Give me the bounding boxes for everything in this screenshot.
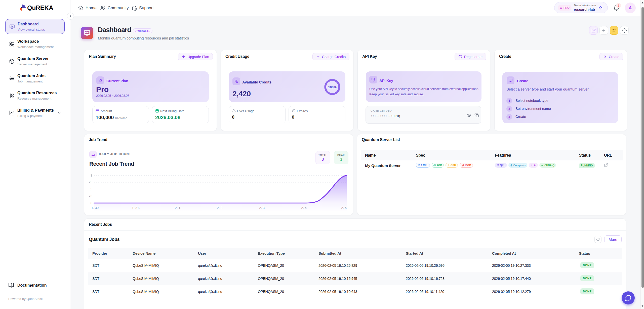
svg-text:2. 5: 2. 5: [341, 206, 347, 210]
svg-text:2. 1.: 2. 1.: [175, 206, 181, 210]
svg-text:1. 30.: 1. 30.: [91, 206, 100, 210]
svg-text:75: 75: [89, 194, 92, 198]
svg-text:,5: ,5: [90, 187, 92, 191]
svg-text:1. 31.: 1. 31.: [132, 206, 140, 210]
svg-text:2. 3.: 2. 3.: [259, 206, 265, 210]
svg-text:100%: 100%: [328, 85, 337, 89]
svg-text:2. 4.: 2. 4.: [301, 206, 307, 210]
svg-text:25: 25: [89, 180, 92, 184]
svg-text:3: 3: [91, 173, 92, 177]
svg-text:2. 2.: 2. 2.: [217, 206, 223, 210]
svg-text:0: 0: [91, 201, 92, 205]
